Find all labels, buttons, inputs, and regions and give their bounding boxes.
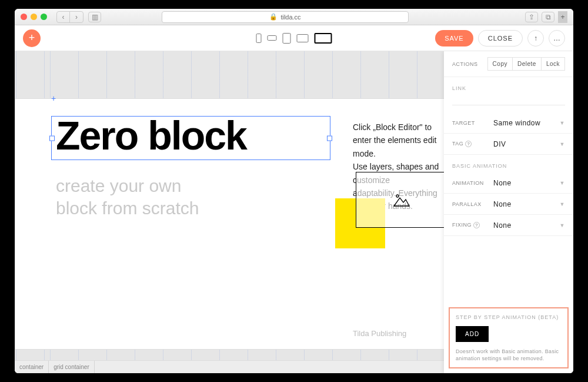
body-line: Click „Block Editor" to enter the elemen…	[353, 122, 436, 158]
properties-panel: ACTIONS Copy Delete Lock LINK TARGET Sam…	[444, 51, 573, 373]
help-icon[interactable]: ?	[465, 141, 472, 147]
heading-element[interactable]: Zero block	[56, 112, 246, 158]
status-bar: container grid container	[15, 360, 444, 373]
target-value: Same window	[493, 119, 560, 127]
status-item[interactable]: grid container	[49, 361, 95, 373]
add-element-button[interactable]: +	[23, 29, 41, 47]
undo-button[interactable]: ↑	[527, 30, 544, 46]
step-animation-note: Doesn't work with Basic animation. Basic…	[456, 348, 562, 363]
save-button[interactable]: SAVE	[435, 30, 473, 46]
browser-window: ‹ › ▥ 🔒 tilda.cc ⇪ ⧉ + + SAVE	[15, 9, 573, 373]
lock-icon: 🔒	[269, 13, 278, 21]
close-window-icon[interactable]	[21, 14, 27, 20]
more-button[interactable]: …	[549, 30, 565, 46]
tabs-button[interactable]: ⧉	[542, 12, 554, 22]
minimize-window-icon[interactable]	[31, 14, 37, 20]
help-icon[interactable]: ?	[473, 222, 480, 228]
image-placeholder[interactable]	[356, 172, 444, 228]
device-tablet-icon[interactable]	[283, 33, 291, 44]
forward-button[interactable]: ›	[70, 12, 83, 22]
chevron-down-icon: ▼	[560, 141, 565, 147]
device-phone-landscape-icon[interactable]	[268, 35, 277, 41]
fixing-label: FIXING?	[452, 222, 493, 228]
nav-back-forward: ‹ ›	[56, 11, 83, 23]
chevron-down-icon: ▼	[560, 180, 565, 186]
parallax-value: None	[493, 200, 560, 208]
canvas[interactable]: + Zero block create your own block from …	[15, 51, 444, 373]
copy-button[interactable]: Copy	[487, 57, 513, 71]
back-button[interactable]: ‹	[57, 12, 70, 22]
address-bar[interactable]: 🔒 tilda.cc	[162, 11, 409, 23]
credit-text: Tilda Publishing	[353, 329, 406, 338]
step-animation-header: STEP BY STEP ANIMATION (BETA)	[456, 314, 562, 320]
link-input[interactable]	[452, 97, 565, 105]
share-button[interactable]: ⇪	[525, 12, 538, 22]
actions-label: ACTIONS	[452, 61, 488, 67]
tag-value: DIV	[493, 140, 560, 148]
subheading-element[interactable]: create your own block from scratch	[56, 175, 199, 219]
tag-label: TAG?	[452, 141, 493, 147]
tag-row[interactable]: TAG? DIV ▼	[444, 134, 573, 155]
parallax-label: PARALLAX	[452, 201, 493, 207]
chevron-down-icon: ▼	[560, 201, 565, 207]
browser-chrome: ‹ › ▥ 🔒 tilda.cc ⇪ ⧉ +	[15, 9, 573, 25]
close-button[interactable]: CLOSE	[478, 30, 523, 46]
svg-point-0	[396, 195, 399, 197]
url-text: tilda.cc	[280, 14, 300, 21]
mountain-icon	[393, 193, 410, 207]
link-section-header: LINK	[444, 77, 573, 95]
app-area: + SAVE CLOSE ↑ … + Zero block	[15, 25, 573, 373]
target-row[interactable]: TARGET Same window ▼	[444, 112, 573, 134]
traffic-lights	[21, 14, 47, 20]
add-step-button[interactable]: ADD	[456, 326, 489, 342]
animation-value: None	[493, 179, 560, 187]
subheading-line: block from scratch	[56, 198, 199, 218]
selection-origin-icon: +	[51, 94, 56, 103]
fixing-value: None	[493, 221, 560, 230]
device-desktop-icon[interactable]	[315, 33, 332, 44]
basic-animation-header: BASIC ANIMATION	[444, 155, 573, 172]
animation-row[interactable]: ANIMATION None ▼	[444, 172, 573, 194]
parallax-row[interactable]: PARALLAX None ▼	[444, 194, 573, 215]
actions-row: ACTIONS Copy Delete Lock	[444, 51, 573, 77]
animation-label: ANIMATION	[452, 180, 493, 186]
zoom-window-icon[interactable]	[41, 14, 47, 20]
device-switcher	[256, 33, 332, 44]
chevron-down-icon: ▼	[560, 222, 565, 228]
status-item[interactable]: container	[15, 361, 49, 373]
subheading-line: create your own	[56, 176, 181, 195]
new-tab-button[interactable]: +	[558, 11, 567, 23]
device-phone-icon[interactable]	[256, 34, 262, 43]
device-tablet-landscape-icon[interactable]	[297, 34, 309, 42]
fixing-row[interactable]: FIXING? None ▼	[444, 215, 573, 236]
editor-toolbar: + SAVE CLOSE ↑ …	[15, 25, 573, 51]
chevron-down-icon: ▼	[560, 120, 565, 126]
sidebar-button[interactable]: ▥	[88, 12, 101, 22]
step-animation-section: STEP BY STEP ANIMATION (BETA) ADD Doesn'…	[449, 307, 569, 368]
target-label: TARGET	[452, 120, 493, 126]
lock-button[interactable]: Lock	[541, 57, 565, 71]
delete-button[interactable]: Delete	[512, 57, 542, 71]
